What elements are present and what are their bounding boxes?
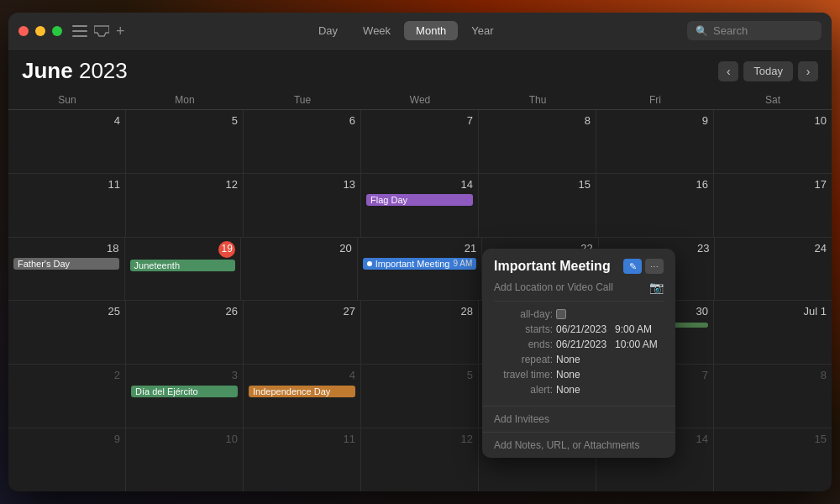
popup-more-button[interactable]: ⋯ — [645, 259, 664, 274]
popup-location[interactable]: Add Location or Video Call 📷 — [482, 281, 675, 301]
day-cell[interactable]: 9 — [8, 428, 126, 491]
event-chip[interactable]: Día del Ejército — [131, 386, 238, 397]
ends-field: ends: 06/21/2023 10:00 AM — [494, 339, 664, 350]
day-number: 14 — [366, 177, 473, 192]
day-headers: Sun Mon Tue Wed Thu Fri Sat — [8, 91, 832, 110]
day-cell[interactable]: 13 — [244, 174, 361, 237]
day-cell[interactable]: 27 — [244, 301, 361, 364]
titlebar-icons: + — [72, 24, 125, 39]
day-number: 5 — [131, 113, 238, 129]
week-row-1: 11121314Flag Day151617 — [8, 174, 832, 238]
day-cell[interactable]: 3Día del Ejército — [126, 365, 244, 428]
day-cell[interactable]: 4 — [8, 110, 126, 173]
tab-month[interactable]: Month — [404, 21, 458, 40]
search-bar[interactable]: 🔍 Search — [687, 21, 822, 40]
day-number: 4 — [249, 368, 355, 383]
day-number: 2 — [13, 368, 120, 383]
svg-rect-1 — [72, 30, 87, 32]
day-cell[interactable]: 10 — [714, 110, 832, 173]
day-cell[interactable]: 16 — [596, 174, 714, 237]
day-cell[interactable]: 9 — [596, 110, 714, 173]
day-cell[interactable]: 25 — [8, 301, 126, 364]
day-cell[interactable]: 19Juneteenth — [125, 238, 242, 301]
dow-wed: Wed — [361, 91, 479, 109]
tab-year[interactable]: Year — [459, 21, 505, 40]
day-cell[interactable]: 12 — [126, 174, 244, 237]
starts-time: 9:00 AM — [615, 323, 664, 335]
day-cell[interactable]: 6 — [244, 110, 361, 173]
travel-field: travel time: None — [494, 369, 664, 381]
day-cell[interactable]: 7 — [361, 110, 479, 173]
day-cell[interactable]: 12 — [361, 428, 479, 491]
day-cell[interactable]: 28 — [361, 301, 479, 364]
day-number: 8 — [719, 368, 827, 383]
starts-date: 06/21/2023 — [556, 323, 606, 335]
weeks-container: 4567891011121314Flag Day15161718Father's… — [8, 110, 832, 491]
day-number: 16 — [601, 177, 708, 192]
event-chip[interactable]: Father's Day — [13, 258, 119, 270]
day-cell[interactable]: 4Independence Day — [244, 365, 361, 428]
event-chip[interactable]: Juneteenth — [130, 260, 236, 271]
day-cell[interactable]: 26 — [126, 301, 244, 364]
day-cell[interactable]: 20 — [241, 238, 358, 301]
day-number: 4 — [13, 113, 120, 129]
sidebar-toggle-icon[interactable] — [72, 24, 87, 39]
popup-actions: ✎ ⋯ — [623, 259, 664, 274]
travel-value: None — [556, 369, 664, 381]
next-month-button[interactable]: › — [798, 61, 818, 81]
day-cell[interactable]: Jul 1 — [714, 301, 832, 364]
event-popup: Important Meeting ✎ ⋯ Add Location or Vi… — [482, 249, 675, 458]
day-cell[interactable]: 8 — [714, 365, 832, 428]
day-cell[interactable]: 17 — [714, 174, 832, 237]
day-cell[interactable]: 5 — [361, 365, 479, 428]
prev-month-button[interactable]: ‹ — [718, 61, 738, 81]
day-cell[interactable]: 8 — [479, 110, 596, 173]
all-day-checkbox[interactable] — [556, 309, 566, 319]
popup-edit-button[interactable]: ✎ — [623, 259, 642, 274]
tab-week[interactable]: Week — [351, 21, 402, 40]
day-number: 17 — [719, 177, 827, 192]
day-number: 27 — [249, 304, 355, 319]
day-cell[interactable]: 14Flag Day — [361, 174, 479, 237]
day-number: 9 — [13, 432, 120, 447]
day-number: 10 — [131, 432, 238, 447]
event-chip[interactable]: Important Meeting9 AM — [363, 258, 476, 270]
video-call-icon[interactable]: 📷 — [649, 281, 664, 294]
day-cell[interactable]: 21Important Meeting9 AM — [358, 238, 482, 301]
day-cell[interactable]: 18Father's Day — [8, 238, 125, 301]
add-invitees-button[interactable]: Add Invitees — [482, 406, 675, 432]
titlebar: + Day Week Month Year 🔍 Search — [8, 13, 832, 50]
all-day-label: all-day: — [494, 308, 553, 320]
close-button[interactable] — [18, 26, 29, 36]
repeat-value: None — [556, 354, 664, 365]
day-cell[interactable]: 5 — [126, 110, 244, 173]
search-input[interactable]: Search — [713, 24, 748, 37]
tab-day[interactable]: Day — [307, 21, 349, 40]
event-chip[interactable]: Independence Day — [249, 386, 355, 397]
inbox-icon[interactable] — [94, 24, 109, 39]
day-number: 20 — [246, 241, 352, 256]
calendar-grid: Sun Mon Tue Wed Thu Fri Sat 456789101112… — [8, 91, 832, 491]
day-cell[interactable]: 2 — [8, 365, 126, 428]
day-number: 15 — [719, 432, 827, 447]
location-placeholder: Add Location or Video Call — [494, 281, 613, 293]
add-event-button[interactable]: + — [116, 24, 125, 39]
alert-field: alert: None — [494, 384, 664, 396]
ends-date: 06/21/2023 — [556, 339, 606, 350]
week-row-0: 45678910 — [8, 110, 832, 174]
repeat-label: repeat: — [494, 354, 553, 365]
day-cell[interactable]: 10 — [126, 428, 244, 491]
day-cell[interactable]: 24 — [715, 238, 832, 301]
day-number: 25 — [13, 304, 120, 319]
fullscreen-button[interactable] — [52, 26, 62, 36]
minimize-button[interactable] — [35, 26, 45, 36]
day-cell[interactable]: 15 — [479, 174, 596, 237]
add-notes-button[interactable]: Add Notes, URL, or Attachments — [482, 432, 675, 458]
nav-controls: ‹ Today › — [718, 61, 818, 81]
event-chip[interactable]: Flag Day — [366, 194, 473, 206]
today-button[interactable]: Today — [743, 61, 793, 81]
day-cell[interactable]: 15 — [714, 428, 832, 491]
day-cell[interactable]: 11 — [244, 428, 361, 491]
ends-time: 10:00 AM — [615, 339, 664, 350]
day-cell[interactable]: 11 — [8, 174, 126, 237]
